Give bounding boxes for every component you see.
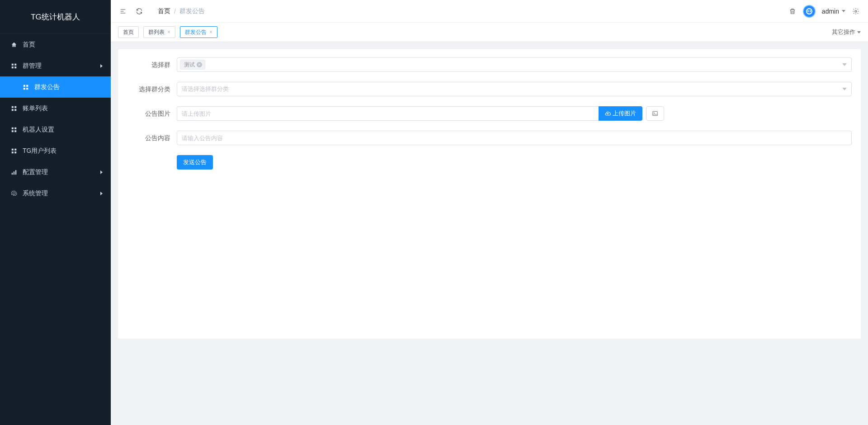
menu-collapse-icon[interactable] <box>119 7 127 15</box>
svg-rect-16 <box>12 148 14 150</box>
svg-rect-11 <box>14 109 16 111</box>
grid-icon <box>10 148 18 154</box>
sidebar-item-bill-list[interactable]: 账单列表 <box>0 98 111 119</box>
app-logo: TG统计机器人 <box>0 0 111 34</box>
row-content: 公告内容 <box>127 131 852 145</box>
avatar <box>803 5 816 18</box>
content: 选择群 测试 × 选择群分类 <box>111 42 868 425</box>
row-select-group: 选择群 测试 × <box>127 57 852 72</box>
sidebar-item-system-mgmt[interactable]: 系统管理 <box>0 183 111 204</box>
select-category[interactable]: 请选择选择群分类 <box>177 82 852 96</box>
grid-icon <box>10 63 18 69</box>
chevron-down-icon <box>857 31 861 33</box>
grid-icon <box>10 127 18 133</box>
svg-rect-24 <box>653 111 658 115</box>
svg-rect-6 <box>24 88 25 90</box>
sidebar-item-group-broadcast[interactable]: 群发公告 <box>0 76 111 98</box>
sidebar-item-label: 账单列表 <box>23 104 48 113</box>
tabs-extra-label: 其它操作 <box>832 28 855 36</box>
svg-rect-18 <box>12 151 14 153</box>
svg-point-25 <box>654 112 655 113</box>
svg-rect-7 <box>26 88 28 90</box>
sidebar-item-label: 系统管理 <box>23 189 48 198</box>
home-icon <box>10 42 18 48</box>
form-card: 选择群 测试 × 选择群分类 <box>118 49 861 339</box>
sidebar-item-tg-user-list[interactable]: TG用户列表 <box>0 140 111 161</box>
tab-group-broadcast[interactable]: 群发公告 × <box>180 26 217 38</box>
label-image: 公告图片 <box>127 106 177 121</box>
svg-rect-2 <box>12 66 14 68</box>
tabbar: 首页 群列表 × 群发公告 × 其它操作 <box>111 23 868 42</box>
svg-rect-17 <box>14 148 16 150</box>
label-content: 公告内容 <box>127 131 177 145</box>
sidebar-item-group-mgmt[interactable]: 群管理 <box>0 55 111 76</box>
svg-rect-3 <box>14 66 16 68</box>
settings-icon[interactable] <box>852 7 860 15</box>
cloud-upload-icon <box>605 111 611 117</box>
app-title: TG统计机器人 <box>31 12 80 22</box>
chip-remove-icon[interactable]: × <box>197 62 202 67</box>
sidebar-menu: 首页 群管理 群发公告 账单列表 机器人设置 TG用户列表 <box>0 34 111 425</box>
sidebar-item-config-mgmt[interactable]: 配置管理 <box>0 161 111 183</box>
bars-icon <box>10 169 18 175</box>
user-name: admin <box>822 8 839 15</box>
trash-icon[interactable] <box>788 7 797 15</box>
breadcrumb: 首页 / 群发公告 <box>158 7 205 15</box>
svg-rect-1 <box>14 63 16 65</box>
sidebar-item-label: 机器人设置 <box>23 126 54 134</box>
svg-rect-0 <box>12 63 14 65</box>
content-input[interactable] <box>177 131 852 145</box>
tab-label: 群发公告 <box>185 28 207 36</box>
breadcrumb-current: 群发公告 <box>179 7 205 15</box>
refresh-icon[interactable] <box>135 7 143 15</box>
svg-rect-22 <box>15 170 16 175</box>
row-submit: 发送公告 <box>127 155 852 170</box>
submit-button[interactable]: 发送公告 <box>177 155 213 170</box>
svg-rect-12 <box>12 127 14 129</box>
svg-rect-13 <box>14 127 16 129</box>
chevron-down-icon <box>842 88 847 90</box>
svg-rect-15 <box>14 130 16 132</box>
tab-label: 首页 <box>123 28 134 36</box>
row-image: 公告图片 上传图片 <box>127 106 852 121</box>
svg-rect-19 <box>14 151 16 153</box>
breadcrumb-sep: / <box>174 8 176 15</box>
label-select-group: 选择群 <box>127 57 177 72</box>
selected-group-chip: 测试 × <box>180 60 205 70</box>
sidebar-item-bot-settings[interactable]: 机器人设置 <box>0 119 111 140</box>
sidebar-item-home[interactable]: 首页 <box>0 34 111 55</box>
select-group[interactable]: 测试 × <box>177 57 852 72</box>
upload-button-label: 上传图片 <box>613 109 636 118</box>
sidebar-item-label: 群发公告 <box>34 83 60 91</box>
close-icon[interactable]: × <box>209 29 212 35</box>
chevron-down-icon <box>842 10 845 12</box>
grid-icon <box>10 105 18 112</box>
svg-rect-9 <box>14 106 16 108</box>
label-select-category: 选择群分类 <box>127 82 177 96</box>
tab-label: 群列表 <box>148 28 165 36</box>
sidebar-item-label: 群管理 <box>23 62 42 70</box>
sidebar-item-label: 首页 <box>23 41 35 49</box>
submit-label: 发送公告 <box>183 158 207 166</box>
row-select-category: 选择群分类 请选择选择群分类 <box>127 82 852 96</box>
tabs-extra-menu[interactable]: 其它操作 <box>832 28 861 36</box>
svg-point-23 <box>855 10 857 12</box>
svg-rect-21 <box>14 171 14 175</box>
user-menu[interactable]: admin <box>822 8 845 15</box>
svg-rect-4 <box>24 85 25 86</box>
preview-image-button[interactable] <box>646 106 664 121</box>
tab-group-list[interactable]: 群列表 × <box>143 26 175 38</box>
chevron-right-icon <box>100 192 103 195</box>
sidebar-item-label: TG用户列表 <box>23 147 57 155</box>
chevron-down-icon <box>842 63 847 66</box>
svg-rect-20 <box>12 173 13 175</box>
breadcrumb-root[interactable]: 首页 <box>158 7 170 15</box>
topbar-left: 首页 / 群发公告 <box>119 7 205 15</box>
tab-home[interactable]: 首页 <box>118 26 139 38</box>
close-icon[interactable]: × <box>167 29 170 35</box>
topbar: 首页 / 群发公告 admin <box>111 0 868 23</box>
image-path-input[interactable] <box>177 106 599 121</box>
chevron-right-icon <box>100 170 103 174</box>
upload-image-button[interactable]: 上传图片 <box>599 106 642 121</box>
sidebar: TG统计机器人 首页 群管理 群发公告 账单列表 机器人设置 <box>0 0 111 425</box>
